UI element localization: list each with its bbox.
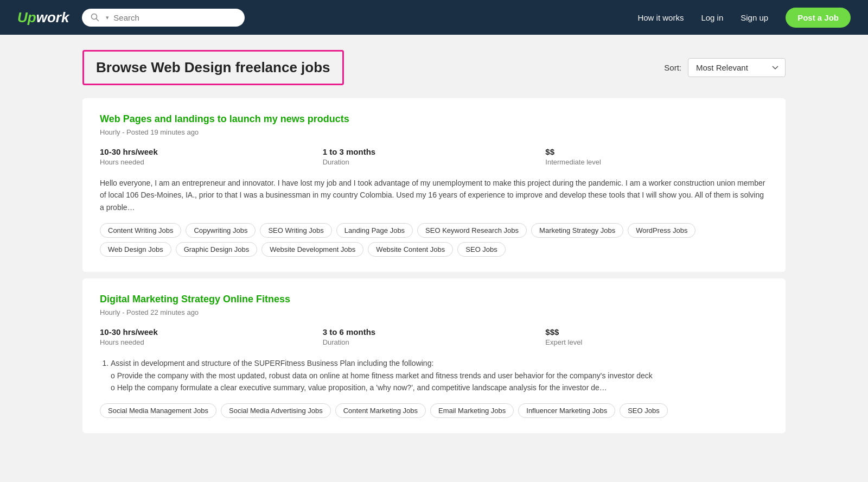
- logo-up: Up: [17, 9, 36, 26]
- job-stat-value: 10-30 hrs/week: [100, 327, 323, 337]
- job-stat: 3 to 6 monthsDuration: [323, 327, 546, 346]
- search-bar[interactable]: ▾: [82, 9, 245, 27]
- nav-sign-up[interactable]: Sign up: [741, 13, 768, 22]
- job-description: Hello everyone, I am an entrepreneur and…: [100, 177, 768, 213]
- description-bullet-item: Help the company formulate a clear execu…: [111, 382, 768, 394]
- job-tag[interactable]: WordPress Jobs: [628, 223, 695, 238]
- job-stat-label: Duration: [323, 158, 546, 166]
- description-bullet-item: Provide the company with the most update…: [111, 370, 768, 382]
- job-stat-label: Intermediate level: [545, 158, 768, 166]
- sort-label: Sort:: [664, 63, 681, 72]
- job-stat-value: $$$: [545, 327, 768, 337]
- search-icon: [91, 13, 99, 22]
- job-stat: $$Intermediate level: [545, 147, 768, 166]
- job-tag[interactable]: Influencer Marketing Jobs: [518, 403, 615, 418]
- job-tag[interactable]: Email Marketing Jobs: [430, 403, 514, 418]
- search-dropdown-icon[interactable]: ▾: [106, 14, 109, 21]
- nav-log-in[interactable]: Log in: [701, 13, 723, 22]
- job-tag[interactable]: Landing Page Jobs: [336, 223, 413, 238]
- job-stat: $$$Expert level: [545, 327, 768, 346]
- job-stat-label: Hours needed: [100, 338, 323, 346]
- job-stat-value: $$: [545, 147, 768, 156]
- job-tag[interactable]: Social Media Advertising Jobs: [221, 403, 331, 418]
- job-tags: Social Media Management JobsSocial Media…: [100, 403, 768, 418]
- job-stat: 1 to 3 monthsDuration: [323, 147, 546, 166]
- logo[interactable]: Upwork: [17, 9, 69, 26]
- job-tags: Content Writing JobsCopywriting JobsSEO …: [100, 223, 768, 257]
- header: Upwork ▾ How it works Log in Sign up Pos…: [0, 0, 868, 35]
- job-tag[interactable]: SEO Keyword Research Jobs: [417, 223, 527, 238]
- job-tag[interactable]: Website Content Jobs: [368, 242, 453, 257]
- job-tag[interactable]: Website Development Jobs: [261, 242, 363, 257]
- page-title-box: Browse Web Design freelance jobs: [82, 50, 344, 85]
- logo-work: work: [36, 9, 69, 26]
- job-title[interactable]: Digital Marketing Strategy Online Fitnes…: [100, 294, 290, 305]
- post-job-button[interactable]: Post a Job: [786, 8, 851, 28]
- job-stat-label: Expert level: [545, 338, 768, 346]
- job-stat-label: Duration: [323, 338, 546, 346]
- sort-select[interactable]: Most Relevant Newest Oldest: [688, 58, 786, 77]
- page-content: Browse Web Design freelance jobs Sort: M…: [65, 35, 803, 455]
- job-meta: Hourly - Posted 22 minutes ago: [100, 308, 768, 316]
- job-tag[interactable]: SEO Jobs: [620, 403, 668, 418]
- job-card-1: Web Pages and landings to launch my news…: [82, 98, 786, 272]
- svg-line-1: [97, 19, 99, 21]
- job-stat-value: 10-30 hrs/week: [100, 147, 323, 156]
- job-card-2: Digital Marketing Strategy Online Fitnes…: [82, 278, 786, 433]
- job-tag[interactable]: Content Writing Jobs: [100, 223, 181, 238]
- job-tag[interactable]: SEO Writing Jobs: [260, 223, 331, 238]
- job-stat: 10-30 hrs/weekHours needed: [100, 147, 323, 166]
- description-list-item: Assist in development and structure of t…: [111, 357, 768, 369]
- job-meta: Hourly - Posted 19 minutes ago: [100, 128, 768, 136]
- job-tag[interactable]: Copywriting Jobs: [186, 223, 256, 238]
- job-tag[interactable]: Marketing Strategy Jobs: [531, 223, 623, 238]
- job-stat-value: 1 to 3 months: [323, 147, 546, 156]
- page-title: Browse Web Design freelance jobs: [96, 59, 330, 76]
- nav-how-it-works[interactable]: How it works: [637, 13, 684, 22]
- job-tag[interactable]: Web Design Jobs: [100, 242, 171, 257]
- job-stat: 10-30 hrs/weekHours needed: [100, 327, 323, 346]
- job-stat-label: Hours needed: [100, 158, 323, 166]
- job-stats: 10-30 hrs/weekHours needed1 to 3 monthsD…: [100, 147, 768, 166]
- sort-area: Sort: Most Relevant Newest Oldest: [664, 58, 786, 77]
- job-tag[interactable]: SEO Jobs: [457, 242, 506, 257]
- job-stats: 10-30 hrs/weekHours needed3 to 6 monthsD…: [100, 327, 768, 346]
- main-nav: How it works Log in Sign up Post a Job: [637, 8, 851, 28]
- job-title[interactable]: Web Pages and landings to launch my news…: [100, 113, 349, 125]
- job-description: Assist in development and structure of t…: [100, 357, 768, 394]
- jobs-list: Web Pages and landings to launch my news…: [82, 98, 786, 433]
- job-tag[interactable]: Social Media Management Jobs: [100, 403, 216, 418]
- job-tag[interactable]: Content Marketing Jobs: [335, 403, 426, 418]
- search-input[interactable]: [113, 13, 236, 22]
- job-tag[interactable]: Graphic Design Jobs: [176, 242, 258, 257]
- page-header-row: Browse Web Design freelance jobs Sort: M…: [82, 50, 786, 85]
- job-stat-value: 3 to 6 months: [323, 327, 546, 337]
